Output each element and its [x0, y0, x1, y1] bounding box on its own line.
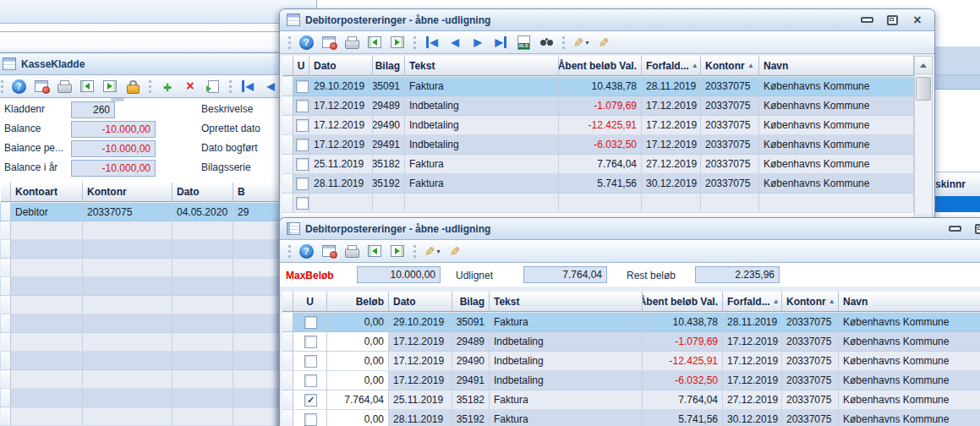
table-row[interactable]: 0,0028.11.201935192Faktura5.741,5630.12.… — [282, 410, 980, 426]
table-row[interactable]: 28.11.201935192Faktura5.741,5630.12.2019… — [282, 174, 914, 194]
panel-right-icon[interactable] — [391, 245, 404, 257]
column-header[interactable]: Åbent beløb Val. — [559, 56, 642, 76]
titlebar[interactable]: Debitorpostereringer - åbne -udligning × — [280, 9, 934, 31]
udlign-alt-icon[interactable]: ✎ — [450, 245, 461, 258]
udlign-checkbox[interactable] — [296, 119, 309, 132]
panel-left-icon[interactable] — [368, 36, 381, 48]
nav-next-icon[interactable]: ▶ — [474, 36, 481, 48]
table-row[interactable] — [0, 277, 290, 296]
nav-last-icon[interactable]: ▶ — [495, 36, 506, 48]
column-header[interactable]: Bilag — [373, 56, 405, 76]
column-header[interactable]: Tekst — [490, 292, 643, 312]
table-row[interactable] — [0, 370, 290, 389]
column-header[interactable]: U — [293, 56, 309, 76]
maximize-button[interactable] — [885, 14, 899, 26]
minimize-button[interactable] — [860, 14, 873, 26]
table-row[interactable] — [0, 407, 290, 426]
table-row[interactable] — [0, 314, 290, 333]
udlign-icon[interactable]: ✎ — [424, 245, 435, 258]
scroll-up-button[interactable] — [915, 57, 932, 74]
udlign-checkbox[interactable] — [304, 413, 317, 426]
print-icon[interactable] — [57, 84, 72, 93]
nav-prev-icon[interactable]: ◀ — [266, 80, 274, 92]
column-header[interactable]: Kontonr▲ — [782, 292, 839, 312]
column-header[interactable]: Dato — [309, 56, 373, 76]
udlign-checkbox[interactable] — [304, 374, 317, 387]
balance-field[interactable]: -10.000,00 — [71, 121, 156, 138]
titlebar[interactable]: Debitorpostereringer - åbne -udligning — [280, 218, 980, 240]
table-row[interactable] — [0, 352, 290, 370]
excel-export-icon[interactable]: XLS — [517, 36, 530, 50]
column-header[interactable]: Forfald...▲ — [723, 292, 782, 312]
titlebar[interactable]: KasseKladde — [0, 53, 290, 75]
column-header[interactable]: Dato — [389, 292, 452, 312]
table-row[interactable] — [282, 194, 914, 213]
udlign-checkbox[interactable] — [304, 316, 317, 329]
maximize-button[interactable] — [973, 223, 980, 235]
post-document-icon[interactable] — [208, 80, 219, 93]
table-row[interactable]: 0,0017.12.201929489Indbetaling-1.079,691… — [282, 332, 980, 352]
column-header[interactable]: Dato — [172, 183, 233, 202]
table-row[interactable]: 29.10.201935091Faktura10.438,7828.11.201… — [282, 77, 914, 96]
close-form-icon[interactable] — [322, 245, 336, 257]
udlign-checkbox[interactable]: ✓ — [304, 394, 317, 407]
close-form-icon[interactable] — [35, 80, 48, 92]
nav-first-icon[interactable]: ◀ — [242, 80, 253, 92]
column-header[interactable]: Bilag — [452, 292, 490, 312]
balance-aar-field[interactable]: -10.000,00 — [71, 160, 156, 177]
find-icon[interactable] — [540, 40, 546, 46]
panel-left-icon[interactable] — [80, 80, 94, 92]
column-header[interactable]: Kontonr — [83, 183, 172, 202]
udlign-checkbox[interactable] — [296, 197, 309, 210]
close-button[interactable]: × — [911, 14, 924, 26]
nav-prev-icon[interactable]: ◀ — [451, 36, 458, 48]
add-icon[interactable]: + — [163, 79, 172, 94]
table-row[interactable] — [0, 259, 290, 277]
nav-first-icon[interactable]: ◀ — [426, 36, 437, 48]
table-row[interactable]: 25.11.201935182Faktura7.764,0427.12.2019… — [282, 155, 914, 174]
panel-left-icon[interactable] — [368, 245, 381, 257]
udlign-alt-icon[interactable]: ✎ — [599, 36, 610, 49]
help-icon[interactable]: ? — [299, 244, 314, 259]
close-form-icon[interactable] — [322, 36, 336, 48]
table-row[interactable]: 0,0017.12.201929491Indbetaling-6.032,501… — [282, 371, 980, 390]
udlign-icon[interactable]: ✎ — [573, 36, 584, 49]
help-icon[interactable]: ? — [299, 36, 314, 50]
column-header[interactable]: Kontoart — [11, 183, 83, 202]
udlign-checkbox[interactable] — [304, 336, 317, 348]
udlign-checkbox[interactable] — [296, 100, 309, 112]
help-icon[interactable]: ? — [12, 79, 26, 94]
column-header[interactable]: Åbent beløb Val. — [643, 292, 723, 312]
column-header[interactable]: Beløb — [327, 292, 389, 312]
table-row[interactable]: 17.12.201929491Indbetaling-6.032,5017.12… — [282, 135, 914, 155]
table-row[interactable]: 0,0029.10.201935091Faktura10.438,7828.11… — [282, 313, 980, 332]
udlign-checkbox[interactable] — [296, 139, 309, 151]
panel-right-icon[interactable] — [103, 80, 117, 92]
udlign-checkbox[interactable] — [296, 158, 309, 171]
table-row[interactable] — [0, 389, 290, 407]
column-header[interactable]: Navn — [839, 292, 980, 312]
print-icon[interactable] — [345, 248, 359, 258]
table-row[interactable]: 0,0017.12.201929490Indbetaling-12.425,91… — [282, 352, 980, 371]
table-row[interactable] — [0, 221, 290, 240]
scroll-thumb[interactable] — [916, 77, 931, 101]
lock-icon[interactable] — [127, 85, 140, 94]
table-row[interactable]: 17.12.201929489Indbetaling-1.079,6917.12… — [282, 96, 914, 116]
column-header[interactable]: Tekst — [405, 56, 559, 76]
panel-right-icon[interactable] — [391, 36, 404, 48]
max-belob-field[interactable]: 10.000,00 — [357, 266, 441, 283]
column-header[interactable]: U — [293, 292, 327, 312]
kladdenr-field[interactable]: 260 — [71, 101, 115, 118]
table-row[interactable]: ✓7.764,0425.11.201935182Faktura7.764,042… — [282, 390, 980, 410]
table-row[interactable] — [0, 333, 290, 352]
rest-belob-field[interactable]: 2.235,96 — [695, 266, 780, 283]
print-icon[interactable] — [345, 40, 359, 49]
column-header[interactable]: Forfald...▲ — [642, 56, 701, 76]
column-header[interactable]: Navn — [759, 56, 914, 76]
column-header[interactable]: Kontonr▲ — [701, 56, 759, 76]
dropdown-arrow-icon[interactable]: ▾ — [586, 39, 589, 46]
table-row[interactable] — [0, 240, 290, 259]
udlign-checkbox[interactable] — [296, 80, 309, 93]
minimize-button[interactable] — [948, 223, 961, 235]
table-row[interactable] — [0, 296, 290, 314]
